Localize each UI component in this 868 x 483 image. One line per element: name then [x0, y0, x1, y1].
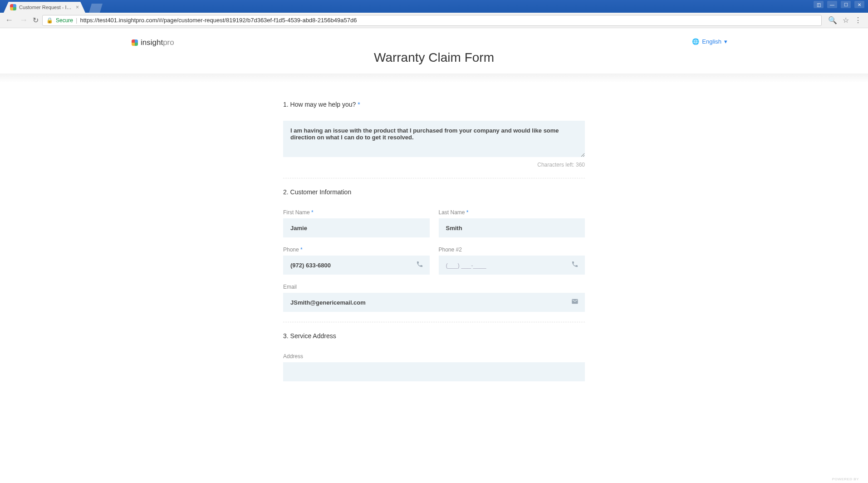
help-description-textarea[interactable] — [283, 121, 585, 157]
first-name-label: First Name * — [283, 209, 430, 216]
last-name-label: Last Name * — [439, 209, 585, 216]
lock-icon: 🔒 — [46, 17, 53, 24]
page-viewport[interactable]: insightpro Warranty Claim Form 🌐 English… — [0, 28, 868, 483]
new-tab-button[interactable] — [89, 4, 103, 13]
logo-text: insightpro — [141, 38, 174, 47]
email-icon — [571, 298, 579, 307]
logo-icon — [132, 39, 138, 46]
email-label: Email — [283, 284, 585, 290]
question-1-label: 1. How may we help you? * — [283, 101, 585, 108]
logo[interactable]: insightpro — [132, 38, 174, 47]
language-selector[interactable]: 🌐 English ▾ — [692, 38, 727, 45]
phone2-label: Phone #2 — [439, 246, 585, 253]
header-shadow — [0, 74, 868, 83]
phone-icon — [416, 261, 423, 270]
window-controls: ◫ — ☐ ✕ — [814, 1, 864, 8]
maximize-icon[interactable]: ☐ — [841, 1, 851, 8]
close-tab-icon[interactable]: × — [76, 4, 79, 10]
account-icon[interactable]: ◫ — [814, 1, 824, 8]
address-label: Address — [283, 353, 585, 360]
back-button[interactable]: ← — [4, 15, 15, 25]
first-name-input[interactable] — [283, 218, 430, 237]
email-input[interactable] — [283, 293, 585, 312]
zoom-icon[interactable]: 🔍 — [828, 16, 837, 25]
phone2-input[interactable] — [439, 256, 585, 275]
favicon-icon — [10, 4, 16, 10]
section-divider — [283, 322, 585, 322]
powered-by-label: POWERED BY — [832, 477, 859, 481]
app-header: insightpro Warranty Claim Form 🌐 English… — [0, 28, 868, 74]
phone-icon — [571, 261, 579, 270]
browser-tab[interactable]: Customer Request - Insig × — [4, 2, 85, 13]
chevron-down-icon: ▾ — [724, 38, 727, 45]
minimize-icon[interactable]: — — [827, 1, 837, 8]
close-window-icon[interactable]: ✕ — [854, 1, 864, 8]
tab-title: Customer Request - Insig — [19, 5, 73, 10]
browser-toolbar: ← → ↻ 🔒 Secure | https://test401.insight… — [0, 13, 868, 28]
forward-button[interactable]: → — [18, 15, 29, 25]
question-2-label: 2. Customer Information — [283, 188, 585, 196]
phone1-label: Phone * — [283, 246, 430, 253]
globe-icon: 🌐 — [692, 38, 699, 45]
browser-tab-bar: Customer Request - Insig × ◫ — ☐ ✕ — [0, 0, 868, 13]
url-divider: | — [76, 17, 77, 24]
phone1-input[interactable] — [283, 256, 430, 275]
secure-label: Secure — [56, 17, 73, 24]
page-title: Warranty Claim Form — [18, 50, 850, 65]
question-3-label: 3. Service Address — [283, 332, 585, 340]
language-label: English — [702, 38, 721, 45]
url-text: https://test401.insightpro.com/#/page/cu… — [80, 17, 357, 24]
address-bar[interactable]: 🔒 Secure | https://test401.insightpro.co… — [42, 15, 822, 26]
bookmark-icon[interactable]: ☆ — [843, 16, 849, 25]
warranty-form: 1. How may we help you? * Characters lef… — [283, 101, 585, 418]
section-divider — [283, 178, 585, 178]
char-counter: Characters left: 360 — [283, 162, 585, 168]
address-input[interactable] — [283, 362, 585, 381]
last-name-input[interactable] — [439, 218, 585, 237]
menu-icon[interactable]: ⋮ — [854, 16, 862, 25]
reload-button[interactable]: ↻ — [33, 16, 39, 25]
